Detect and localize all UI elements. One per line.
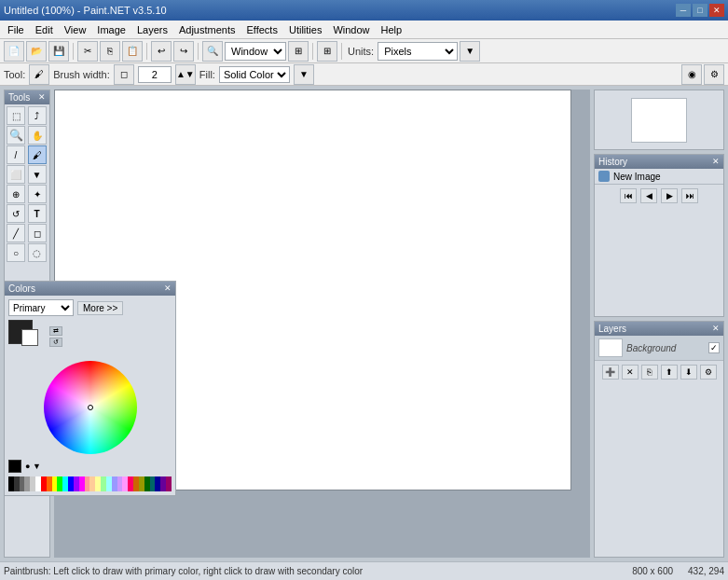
units-dropdown[interactable]: Pixels Inches Centimeters (378, 42, 458, 61)
image-thumbnail (631, 98, 687, 143)
redo-button[interactable]: ↪ (173, 41, 194, 62)
black-color-button[interactable] (8, 460, 21, 473)
menu-help[interactable]: Help (376, 22, 408, 37)
layers-panel-close[interactable]: ✕ (712, 325, 720, 333)
tool-freeform[interactable]: ◌ (28, 243, 47, 262)
units-settings-button[interactable]: ▼ (460, 41, 480, 62)
main-toolbar: 📄 📂 💾 ✂ ⎘ 📋 ↩ ↪ 🔍 Window ⊞ ⊞ Units: Pixe… (0, 39, 728, 63)
history-item-new-image[interactable]: New Image (595, 169, 723, 184)
antialiasing-button[interactable]: ◉ (681, 64, 702, 85)
undo-button[interactable]: ↩ (151, 41, 172, 62)
fill-settings-button[interactable]: ▼ (294, 64, 314, 85)
history-prev-button[interactable]: ◀ (640, 188, 657, 203)
tool-pan[interactable]: ✋ (28, 126, 47, 145)
tool-rectangle-select[interactable]: ⬚ (7, 106, 25, 125)
history-item-label: New Image (613, 172, 661, 182)
tool-paint-bucket[interactable]: ▼ (28, 165, 47, 184)
menu-utilities[interactable]: Utilities (283, 22, 327, 37)
brush-width-arrows[interactable]: ▲▼ (175, 64, 196, 85)
colors-panel: Colors ✕ Primary Secondary More >> ⇄ ↺ (4, 281, 176, 496)
menu-layers[interactable]: Layers (131, 22, 173, 37)
zoom-in-button[interactable]: 🔍 (202, 41, 223, 62)
layer-thumbnail (598, 338, 623, 357)
layers-controls: ➕ ✕ ⎘ ⬆ ⬇ ⚙ (595, 360, 723, 383)
tool-options-bar: Tool: 🖌 Brush width: ◻ ▲▼ Fill: Solid Co… (0, 63, 728, 86)
tool-clone-stamp[interactable]: ✦ (28, 185, 47, 203)
menu-effects[interactable]: Effects (241, 22, 283, 37)
tool-line[interactable]: ╱ (7, 224, 25, 242)
color-swatches: ⇄ ↺ (5, 320, 175, 357)
close-button[interactable]: ✕ (709, 4, 724, 17)
brush-width-decrease[interactable]: ◻ (114, 64, 134, 85)
menu-adjustments[interactable]: Adjustments (173, 22, 241, 37)
swap-colors-button[interactable]: ⇄ (49, 326, 62, 336)
save-button[interactable]: 💾 (48, 41, 69, 62)
color-wheel[interactable] (44, 361, 137, 454)
menu-window[interactable]: Window (327, 22, 375, 37)
menu-edit[interactable]: Edit (30, 22, 59, 37)
history-item-icon (598, 171, 610, 182)
copy-button[interactable]: ⎘ (100, 41, 120, 62)
history-next-button[interactable]: ▶ (661, 188, 678, 203)
black-white-area: ● ▼ (5, 458, 175, 476)
history-panel: History ✕ New Image ⏮ ◀ ▶ ⏭ (594, 154, 724, 317)
tool-color-picker[interactable]: ⊕ (7, 185, 25, 203)
history-last-button[interactable]: ⏭ (681, 188, 698, 203)
layer-delete-button[interactable]: ✕ (622, 365, 639, 380)
status-bar: Paintbrush: Left click to draw with prim… (0, 561, 728, 580)
layer-visibility-check[interactable]: ✓ (708, 342, 720, 353)
menu-image[interactable]: Image (91, 22, 131, 37)
tools-panel-close[interactable]: ✕ (38, 93, 46, 102)
maximize-button[interactable]: □ (693, 4, 707, 17)
layer-item-background[interactable]: Background ✓ (595, 336, 723, 360)
history-controls: ⏮ ◀ ▶ ⏭ (595, 184, 723, 207)
fill-dropdown[interactable]: Solid Color No Fill (219, 66, 290, 83)
tool-shapes[interactable]: ◻ (28, 224, 47, 242)
tool-zoom[interactable]: 🔍 (7, 126, 25, 145)
main-area: Tools ✕ ⬚ ⤴ 🔍 ✋ / 🖌 ⬜ ▼ ⊕ ✦ ↺ T ╱ ◻ ○ ◌ (0, 86, 728, 561)
color-palette (8, 476, 172, 491)
menu-view[interactable]: View (59, 22, 92, 37)
paste-button[interactable]: 📋 (122, 41, 143, 62)
layer-move-down-button[interactable]: ⬇ (680, 365, 697, 380)
tool-paintbrush[interactable]: 🖌 (28, 145, 47, 164)
tool-options-extra: ◉ ⚙ (681, 64, 724, 85)
tool-lasso[interactable]: ⤴ (28, 106, 47, 125)
color-wheel-cursor (88, 405, 93, 410)
grid-button[interactable]: ⊞ (317, 41, 337, 62)
color-dots-button[interactable]: ● ▼ (25, 462, 41, 471)
units-label: Units: (346, 46, 376, 57)
minimize-button[interactable]: ─ (676, 4, 691, 17)
zoom-fit-button[interactable]: ⊞ (288, 41, 309, 62)
layer-duplicate-button[interactable]: ⎘ (641, 365, 658, 380)
layer-move-up-button[interactable]: ⬆ (661, 365, 678, 380)
status-right: 800 x 600 432, 294 (632, 566, 724, 576)
colors-more-button[interactable]: More >> (77, 301, 123, 315)
history-first-button[interactable]: ⏮ (620, 188, 637, 203)
brush-width-label: Brush width: (53, 69, 110, 80)
menu-file[interactable]: File (2, 22, 30, 37)
tool-eraser[interactable]: ⬜ (7, 165, 25, 184)
status-message: Paintbrush: Left click to draw with prim… (4, 566, 632, 576)
reset-colors-button[interactable]: ↺ (49, 338, 62, 347)
color-mode-dropdown[interactable]: Primary Secondary (8, 299, 74, 316)
colors-panel-close[interactable]: ✕ (164, 284, 172, 293)
cut-button[interactable]: ✂ (77, 41, 98, 62)
tool-ellipse[interactable]: ○ (7, 243, 25, 262)
app-title: Untitled (100%) - Paint.NET v3.5.10 (4, 5, 167, 16)
history-panel-close[interactable]: ✕ (712, 158, 720, 166)
colors-panel-title: Colors ✕ (5, 282, 175, 296)
layer-properties-button[interactable]: ⚙ (700, 365, 717, 380)
palette-color-cell[interactable] (166, 476, 172, 491)
layer-add-button[interactable]: ➕ (602, 365, 619, 380)
tool-icon: 🖌 (29, 64, 49, 85)
open-button[interactable]: 📂 (26, 41, 47, 62)
tool-pencil[interactable]: / (7, 145, 25, 164)
secondary-color-swatch[interactable] (21, 329, 38, 346)
tool-recolor[interactable]: ↺ (7, 204, 25, 223)
extra-settings-button[interactable]: ⚙ (704, 64, 724, 85)
brush-width-input[interactable] (138, 66, 172, 83)
window-dropdown[interactable]: Window (225, 42, 286, 61)
tool-text[interactable]: T (28, 204, 47, 223)
new-button[interactable]: 📄 (4, 41, 24, 62)
